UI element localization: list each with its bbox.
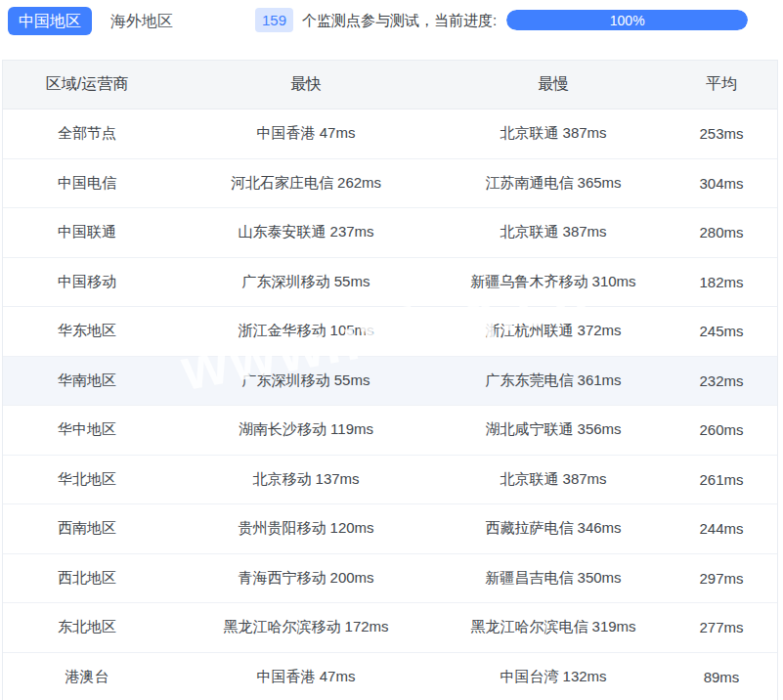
table-row: 西南地区 贵州贵阳移动 120ms 西藏拉萨电信 346ms 244ms — [3, 504, 777, 554]
cell-fastest: 广东深圳移动 55ms — [171, 273, 441, 291]
progress-percent-label: 100% — [610, 13, 645, 28]
cell-fastest: 广东深圳移动 55ms — [171, 372, 441, 390]
table-row: 中国联通 山东泰安联通 237ms 北京联通 387ms 280ms — [3, 208, 777, 258]
cell-region: 中国联通 — [3, 223, 171, 241]
table-row: 华中地区 湖南长沙移动 119ms 湖北咸宁联通 356ms 260ms — [3, 406, 777, 456]
cell-average: 232ms — [666, 372, 777, 389]
cell-average: 277ms — [666, 619, 777, 635]
progress-bar-fill: 100% — [506, 10, 748, 30]
cell-average: 253ms — [666, 125, 777, 142]
cell-fastest: 黑龙江哈尔滨移动 172ms — [171, 618, 441, 636]
cell-region: 华中地区 — [3, 420, 171, 439]
cell-region: 东北地区 — [3, 618, 171, 636]
cell-region: 全部节点 — [3, 124, 171, 143]
ping-result-table: 区域/运营商 最快 最慢 平均 全部节点 中国香港 47ms 北京联通 387m… — [2, 60, 778, 700]
table-row: 全部节点 中国香港 47ms 北京联通 387ms 253ms — [3, 109, 777, 159]
cell-slowest: 北京联通 387ms — [441, 223, 666, 241]
tab-china-region[interactable]: 中国地区 — [8, 7, 92, 35]
tab-overseas-region[interactable]: 海外地区 — [110, 7, 173, 35]
header-slowest: 最慢 — [441, 74, 666, 95]
table-header-row: 区域/运营商 最快 最慢 平均 — [3, 61, 777, 109]
cell-slowest: 西藏拉萨电信 346ms — [441, 519, 666, 538]
header-average: 平均 — [666, 74, 777, 95]
top-bar: 中国地区 海外地区 159 个监测点参与测试，当前进度: 100% — [0, 0, 783, 60]
cell-average: 261ms — [666, 471, 777, 488]
cell-slowest: 新疆乌鲁木齐移动 310ms — [441, 273, 666, 291]
cell-average: 260ms — [666, 421, 777, 438]
cell-fastest: 山东泰安联通 237ms — [171, 223, 441, 241]
table-row: 中国移动 广东深圳移动 55ms 新疆乌鲁木齐移动 310ms 182ms — [3, 258, 777, 308]
table-row: 东北地区 黑龙江哈尔滨移动 172ms 黑龙江哈尔滨电信 319ms 277ms — [3, 603, 777, 653]
cell-fastest: 北京移动 137ms — [171, 470, 441, 489]
cell-fastest: 中国香港 47ms — [171, 124, 441, 143]
cell-slowest: 北京联通 387ms — [441, 470, 666, 489]
cell-average: 182ms — [666, 274, 777, 290]
cell-average: 297ms — [666, 570, 777, 587]
table-row: 华南地区 广东深圳移动 55ms 广东东莞电信 361ms 232ms — [3, 357, 777, 407]
header-fastest: 最快 — [171, 74, 441, 95]
cell-region: 西北地区 — [3, 569, 171, 588]
table-row: 中国电信 河北石家庄电信 262ms 江苏南通电信 365ms 304ms — [3, 159, 777, 209]
monitor-count-badge: 159 — [255, 8, 293, 32]
cell-slowest: 江苏南通电信 365ms — [441, 174, 666, 193]
header-region-carrier: 区域/运营商 — [3, 74, 171, 95]
cell-fastest: 中国香港 47ms — [171, 668, 441, 686]
table-row: 西北地区 青海西宁移动 200ms 新疆昌吉电信 350ms 297ms — [3, 554, 777, 604]
cell-average: 244ms — [666, 520, 777, 537]
cell-region: 华北地区 — [3, 470, 171, 489]
cell-fastest: 河北石家庄电信 262ms — [171, 174, 441, 193]
cell-average: 304ms — [666, 175, 777, 192]
cell-slowest: 新疆昌吉电信 350ms — [441, 569, 666, 588]
cell-fastest: 浙江金华移动 105ms — [171, 322, 441, 340]
cell-region: 华南地区 — [3, 372, 171, 390]
cell-region: 中国电信 — [3, 174, 171, 193]
cell-fastest: 湖南长沙移动 119ms — [171, 420, 441, 439]
cell-slowest: 浙江杭州联通 372ms — [441, 322, 666, 340]
cell-region: 港澳台 — [3, 668, 171, 686]
cell-region: 西南地区 — [3, 519, 171, 538]
table-row: 华北地区 北京移动 137ms 北京联通 387ms 261ms — [3, 456, 777, 505]
table-body: 全部节点 中国香港 47ms 北京联通 387ms 253ms 中国电信 河北石… — [3, 109, 777, 700]
cell-slowest: 湖北咸宁联通 356ms — [441, 420, 666, 439]
cell-slowest: 北京联通 387ms — [441, 124, 666, 143]
table-row: 华东地区 浙江金华移动 105ms 浙江杭州联通 372ms 245ms — [3, 307, 777, 357]
cell-slowest: 广东东莞电信 361ms — [441, 372, 666, 390]
cell-slowest: 中国台湾 132ms — [441, 668, 666, 686]
cell-fastest: 青海西宁移动 200ms — [171, 569, 441, 588]
monitor-description: 个监测点参与测试，当前进度: — [302, 7, 497, 33]
cell-fastest: 贵州贵阳移动 120ms — [171, 519, 441, 538]
table-row: 港澳台 中国香港 47ms 中国台湾 132ms 89ms — [3, 653, 777, 700]
cell-average: 280ms — [666, 224, 777, 241]
cell-average: 89ms — [666, 669, 777, 685]
progress-bar: 100% — [506, 10, 748, 30]
cell-slowest: 黑龙江哈尔滨电信 319ms — [441, 618, 666, 636]
cell-region: 中国移动 — [3, 273, 171, 291]
cell-region: 华东地区 — [3, 322, 171, 340]
cell-average: 245ms — [666, 323, 777, 339]
